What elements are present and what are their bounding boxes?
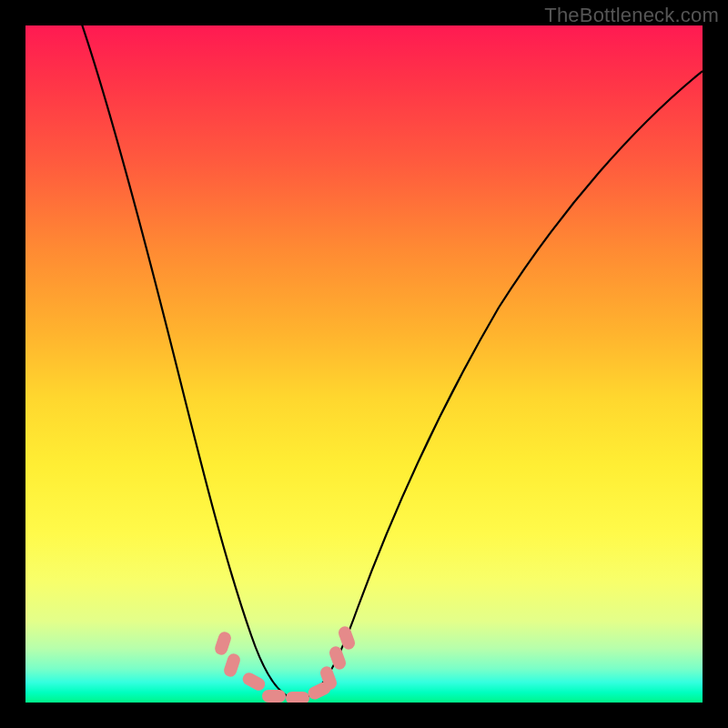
- svg-rect-2: [240, 671, 268, 693]
- svg-rect-7: [328, 644, 348, 671]
- svg-rect-8: [337, 624, 357, 651]
- watermark-text: TheBottleneck.com: [544, 4, 719, 27]
- chart-frame: TheBottleneck.com: [0, 0, 728, 728]
- svg-rect-4: [286, 692, 309, 703]
- svg-rect-0: [213, 630, 232, 656]
- curve-layer: [25, 25, 703, 703]
- svg-rect-3: [262, 690, 286, 703]
- svg-rect-1: [222, 652, 241, 678]
- trough-markers: [213, 624, 357, 703]
- bottleneck-curve: [79, 25, 703, 699]
- plot-area: [25, 25, 703, 703]
